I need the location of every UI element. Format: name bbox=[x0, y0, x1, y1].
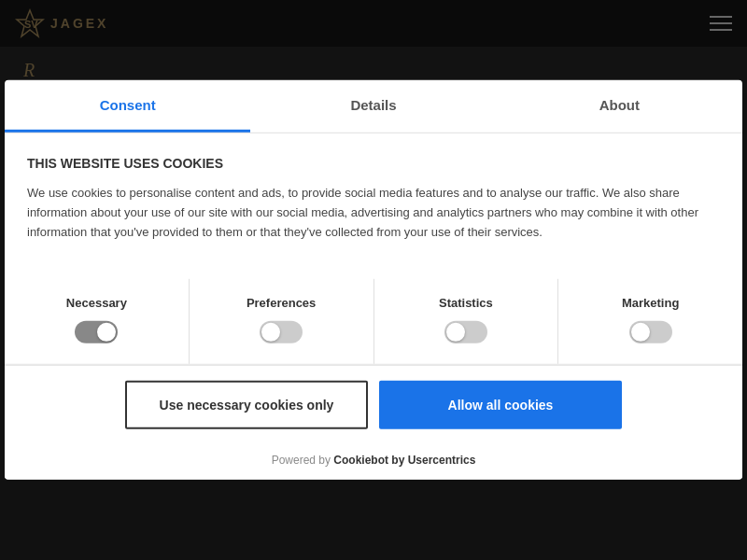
category-preferences: Preferences bbox=[190, 279, 374, 364]
toggle-preferences[interactable] bbox=[260, 321, 303, 343]
toggle-statistics[interactable] bbox=[444, 321, 487, 343]
powered-by: Powered by Cookiebot by Usercentrics bbox=[5, 444, 742, 480]
category-necessary-label: Necessary bbox=[12, 296, 181, 310]
category-statistics: Statistics bbox=[374, 279, 559, 364]
dialog-content: THIS WEBSITE USES COOKIES We use cookies… bbox=[5, 133, 742, 279]
category-marketing-label: Marketing bbox=[566, 296, 735, 310]
category-statistics-label: Statistics bbox=[382, 296, 551, 310]
powered-by-prefix: Powered by bbox=[272, 454, 334, 467]
cookie-categories: Necessary Preferences Statistics bbox=[5, 279, 742, 365]
cookie-description: We use cookies to personalise content an… bbox=[27, 184, 720, 242]
category-necessary: Necessary bbox=[5, 279, 190, 364]
use-necessary-button[interactable]: Use necessary cookies only bbox=[125, 381, 368, 429]
toggle-necessary-thumb bbox=[97, 323, 116, 342]
toggle-marketing-thumb bbox=[631, 323, 650, 342]
toggle-necessary-track[interactable] bbox=[75, 321, 118, 343]
tab-about[interactable]: About bbox=[497, 80, 742, 133]
category-preferences-label: Preferences bbox=[197, 296, 366, 310]
dialog-tabs: Consent Details About bbox=[5, 80, 742, 133]
toggle-marketing[interactable] bbox=[629, 321, 672, 343]
buttons-area: Use necessary cookies only Allow all coo… bbox=[5, 365, 742, 444]
tab-consent[interactable]: Consent bbox=[5, 80, 250, 133]
toggle-statistics-thumb bbox=[446, 323, 465, 342]
toggle-statistics-track[interactable] bbox=[444, 321, 487, 343]
toggle-necessary[interactable] bbox=[75, 321, 118, 343]
toggle-marketing-track[interactable] bbox=[629, 321, 672, 343]
powered-by-link[interactable]: Cookiebot by Usercentrics bbox=[333, 454, 475, 467]
category-marketing: Marketing bbox=[558, 279, 742, 364]
toggle-preferences-thumb bbox=[261, 323, 280, 342]
tab-details[interactable]: Details bbox=[250, 80, 496, 133]
allow-all-button[interactable]: Allow all cookies bbox=[379, 381, 622, 429]
cookie-title: THIS WEBSITE USES COOKIES bbox=[27, 156, 720, 171]
cookie-dialog: Consent Details About THIS WEBSITE USES … bbox=[5, 80, 742, 480]
toggle-preferences-track[interactable] bbox=[260, 321, 303, 343]
